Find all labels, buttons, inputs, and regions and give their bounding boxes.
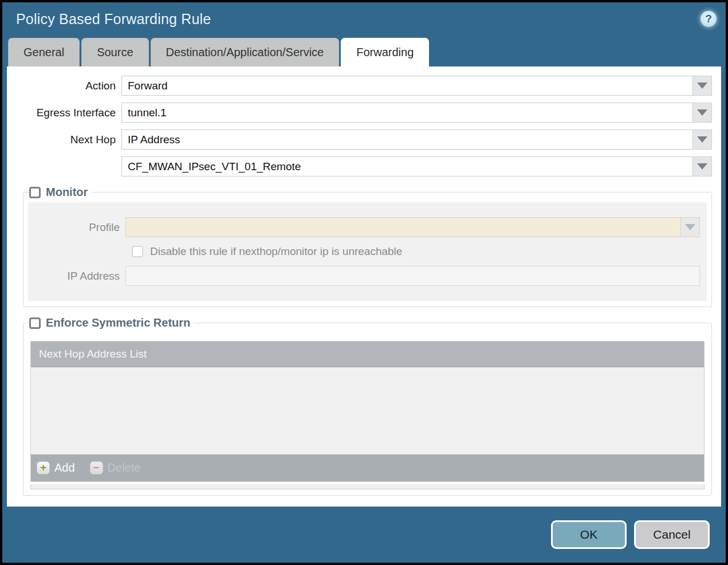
- egress-interface-select[interactable]: tunnel.1: [121, 103, 693, 123]
- egress-interface-row: Egress Interface tunnel.1: [7, 103, 721, 123]
- enforce-symmetric-return-checkbox[interactable]: [29, 317, 41, 329]
- disable-rule-checkbox: [132, 246, 143, 257]
- monitor-ip-address-label: IP Address: [28, 270, 125, 282]
- cancel-button[interactable]: Cancel: [634, 520, 710, 549]
- next-hop-address-dropdown-button[interactable]: [693, 156, 712, 176]
- monitor-disabled-panel: Profile Disable this rule if nexthop/mon…: [28, 202, 707, 301]
- enforce-symmetric-return-legend-label: Enforce Symmetric Return: [46, 316, 190, 329]
- next-hop-dropdown-button[interactable]: [693, 130, 712, 150]
- chevron-down-icon: [685, 224, 695, 230]
- next-hop-address-list-toolbar: + Add – Delete: [31, 454, 704, 481]
- monitor-ip-address-input: [125, 266, 700, 286]
- plus-icon: +: [37, 461, 50, 474]
- dialog-title: Policy Based Forwarding Rule: [16, 11, 701, 28]
- tab-forwarding[interactable]: Forwarding: [341, 38, 429, 66]
- add-button-label: Add: [54, 461, 75, 474]
- action-dropdown-button[interactable]: [693, 76, 712, 96]
- profile-select: [125, 217, 681, 237]
- chevron-down-icon: [697, 109, 707, 116]
- chevron-down-icon: [697, 136, 707, 143]
- delete-button-label: Delete: [108, 461, 141, 474]
- monitor-fieldset: Monitor Profile Disable this rule if nex…: [23, 186, 712, 307]
- title-bar: Policy Based Forwarding Rule ?: [2, 2, 726, 36]
- forwarding-tab-panel: Action Forward Egress Interface tunnel.1…: [7, 66, 721, 507]
- table-bottom-strip: [30, 484, 705, 489]
- action-label: Action: [7, 80, 121, 92]
- minus-icon: –: [90, 461, 103, 474]
- next-hop-address-list-body[interactable]: [31, 367, 704, 454]
- egress-interface-label: Egress Interface: [7, 107, 121, 119]
- chevron-down-icon: [697, 83, 707, 89]
- next-hop-row: Next Hop IP Address: [7, 130, 721, 150]
- action-select[interactable]: Forward: [121, 76, 693, 96]
- monitor-legend-label: Monitor: [46, 186, 88, 199]
- next-hop-type-select[interactable]: IP Address: [121, 130, 693, 150]
- disable-rule-label: Disable this rule if nexthop/monitor ip …: [150, 245, 402, 258]
- delete-button: – Delete: [90, 461, 141, 474]
- monitor-checkbox[interactable]: [29, 187, 41, 198]
- chevron-down-icon: [697, 163, 707, 170]
- tab-general[interactable]: General: [8, 38, 80, 66]
- enforce-symmetric-return-legend: Enforce Symmetric Return: [29, 316, 194, 329]
- action-row: Action Forward: [7, 76, 721, 96]
- next-hop-address-list-table: Next Hop Address List + Add – Delete: [30, 341, 705, 482]
- profile-row: Profile: [28, 217, 707, 237]
- policy-based-forwarding-rule-dialog: Policy Based Forwarding Rule ? General S…: [2, 2, 726, 563]
- tab-bar: General Source Destination/Application/S…: [2, 36, 726, 66]
- dialog-footer: OK Cancel: [2, 507, 726, 563]
- next-hop-address-list-header: Next Hop Address List: [31, 342, 704, 367]
- next-hop-address-select[interactable]: CF_MWAN_IPsec_VTI_01_Remote: [121, 156, 693, 176]
- help-icon[interactable]: ?: [701, 11, 717, 27]
- ok-button[interactable]: OK: [551, 520, 627, 549]
- profile-label: Profile: [28, 221, 125, 234]
- next-hop-label: Next Hop: [7, 134, 121, 146]
- profile-dropdown-button: [681, 217, 700, 237]
- add-button[interactable]: + Add: [37, 461, 75, 474]
- egress-interface-dropdown-button[interactable]: [693, 103, 712, 123]
- next-hop-address-row: CF_MWAN_IPsec_VTI_01_Remote: [7, 156, 721, 176]
- monitor-ip-address-row: IP Address: [28, 266, 707, 286]
- disable-rule-row: Disable this rule if nexthop/monitor ip …: [132, 245, 707, 258]
- enforce-symmetric-return-fieldset: Enforce Symmetric Return Next Hop Addres…: [23, 316, 712, 496]
- tab-destination-application-service[interactable]: Destination/Application/Service: [151, 38, 340, 66]
- tab-source[interactable]: Source: [81, 38, 148, 66]
- monitor-legend: Monitor: [29, 186, 91, 199]
